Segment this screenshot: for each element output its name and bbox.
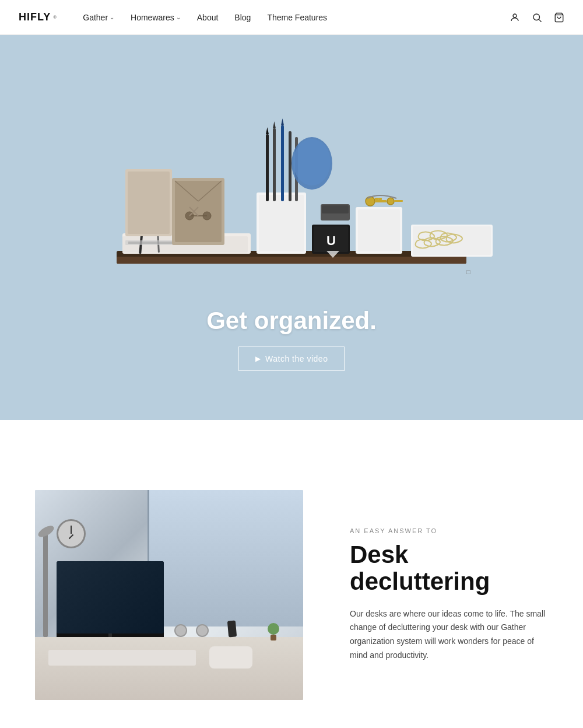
content-text: AN EASY ANSWER TO Desk decluttering Our … [350,527,548,663]
svg-rect-24 [259,195,304,251]
svg-rect-13 [128,172,170,234]
svg-rect-25 [266,134,269,201]
svg-rect-27 [281,125,284,201]
svg-rect-36 [322,205,349,214]
svg-rect-26 [273,128,276,201]
svg-rect-11 [128,242,175,244]
plant [265,623,282,637]
svg-text:□: □ [466,268,470,275]
svg-rect-40 [375,200,387,202]
desk-photo [35,490,303,700]
search-icon[interactable] [532,12,542,23]
svg-point-34 [293,139,331,186]
content-eyebrow: AN EASY ANSWER TO [350,527,548,534]
chevron-down-icon: ⌄ [110,14,114,20]
nav-homewares[interactable]: Homewares ⌄ [124,8,188,27]
svg-rect-42 [378,198,382,200]
content-heading: Desk decluttering [350,541,548,595]
nav-theme-features[interactable]: Theme Features [260,8,334,27]
watch-video-button[interactable]: ▶ Watch the video [238,346,345,371]
logo[interactable]: HIFLY® [19,11,57,23]
phone [227,620,237,637]
cart-icon[interactable] [554,12,564,23]
svg-marker-32 [281,118,284,125]
speaker-right [196,624,209,637]
hero-image: U □ [0,35,583,338]
svg-point-39 [366,197,375,206]
nav-about[interactable]: About [190,8,226,27]
svg-rect-41 [375,198,378,200]
nav-links: Gather ⌄ Homewares ⌄ About Blog Theme Fe… [76,8,510,27]
navigation: HIFLY® Gather ⌄ Homewares ⌄ About Blog T… [0,0,583,35]
svg-text:U: U [326,233,336,248]
organizer-illustration: U □ [82,76,501,298]
desk-surface [35,637,303,700]
play-icon: ▶ [255,355,261,363]
account-icon[interactable] [510,12,520,23]
svg-rect-5 [117,257,466,264]
svg-rect-44 [394,200,403,202]
nav-actions [510,12,564,23]
nav-gather[interactable]: Gather ⌄ [76,8,121,27]
svg-point-0 [513,14,517,18]
monitor [57,561,164,641]
chevron-down-icon: ⌄ [176,14,181,20]
svg-marker-30 [266,127,269,134]
wall-clock [57,519,86,548]
svg-marker-31 [273,121,276,128]
svg-rect-15 [175,181,222,242]
content-body: Our desks are where our ideas come to li… [350,607,548,663]
hero-section: U □ Get organized. ▶ Watch the video [0,35,583,420]
content-section: AN EASY ANSWER TO Desk decluttering Our … [0,420,583,728]
lamp-arm [43,532,48,637]
svg-point-1 [533,14,540,20]
nav-blog[interactable]: Blog [227,8,258,27]
content-inner: AN EASY ANSWER TO Desk decluttering Our … [0,443,583,728]
svg-point-43 [387,198,394,205]
svg-rect-28 [289,131,292,201]
window-area [147,490,303,626]
hero-heading: Get organized. [206,307,377,335]
svg-line-2 [539,19,541,22]
speaker-left [174,624,187,637]
svg-rect-38 [358,209,400,251]
desk-photo-bg [35,490,303,700]
hero-text-block: Get organized. ▶ Watch the video [206,307,377,371]
